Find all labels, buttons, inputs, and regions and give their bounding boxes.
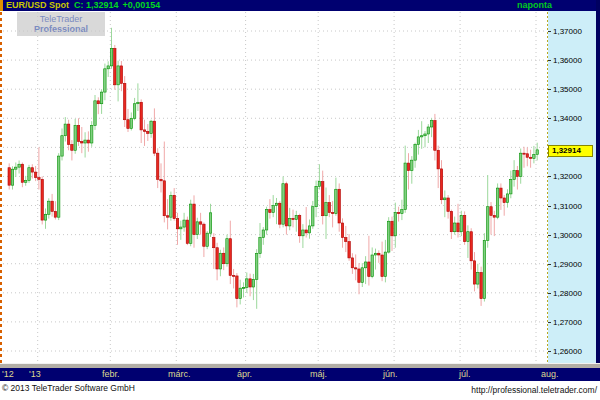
candle-body bbox=[523, 153, 525, 154]
candle-body bbox=[239, 288, 241, 298]
candle-body bbox=[190, 204, 192, 243]
candle-body bbox=[500, 188, 502, 198]
candlestick-chart[interactable] bbox=[0, 0, 600, 400]
candle-body bbox=[289, 218, 291, 226]
price-tick-mark bbox=[548, 60, 551, 61]
footer-url: http://professional.teletrader.com/ bbox=[471, 385, 597, 395]
candle-body bbox=[520, 153, 522, 176]
candle-body bbox=[348, 242, 350, 258]
candle-body bbox=[272, 206, 274, 213]
price-tick-mark bbox=[548, 31, 551, 32]
candle-body bbox=[249, 279, 251, 287]
candle-body bbox=[114, 48, 116, 84]
time-tick-label: '12 bbox=[2, 369, 14, 379]
candle-body bbox=[11, 169, 13, 185]
candle-body bbox=[127, 120, 129, 129]
candle-body bbox=[516, 171, 518, 177]
candle-body bbox=[404, 163, 406, 210]
candle-body bbox=[133, 104, 135, 119]
time-axis[interactable]: '12'13febr.márc.ápr.máj.jún.júl.aug. bbox=[0, 368, 600, 381]
candle-body bbox=[450, 211, 452, 231]
price-tick-label: 1,36000 bbox=[553, 56, 582, 65]
candle-body bbox=[345, 238, 347, 242]
candle-body bbox=[391, 221, 393, 236]
candle-body bbox=[506, 194, 508, 203]
candle-body bbox=[411, 160, 413, 170]
candle-body bbox=[295, 215, 297, 219]
candle-body bbox=[421, 136, 423, 137]
price-tick-label: 1,35000 bbox=[553, 85, 582, 94]
candle-body bbox=[213, 238, 215, 248]
candle-body bbox=[38, 178, 40, 180]
candle-body bbox=[480, 272, 482, 298]
candle-body bbox=[312, 207, 314, 226]
candle-body bbox=[262, 230, 264, 238]
candle-body bbox=[371, 255, 373, 277]
candle-body bbox=[292, 218, 294, 219]
candle-body bbox=[44, 214, 46, 220]
candle-body bbox=[193, 204, 195, 235]
candle-body bbox=[130, 118, 132, 128]
price-tick-label: 1,27000 bbox=[553, 318, 582, 327]
candle-body bbox=[328, 203, 330, 213]
candle-body bbox=[157, 153, 159, 179]
candle-body bbox=[473, 261, 475, 284]
candle-body bbox=[275, 203, 277, 205]
candle-body bbox=[216, 248, 218, 269]
price-axis[interactable]: 1,32914 1,370001,360001,350001,340001,33… bbox=[548, 11, 596, 363]
candle-body bbox=[252, 279, 254, 287]
candle-body bbox=[183, 220, 185, 227]
price-tick-label: 1,31000 bbox=[553, 202, 582, 211]
candle-body bbox=[166, 216, 168, 217]
candle-body bbox=[444, 198, 446, 200]
candle-body bbox=[186, 220, 188, 243]
footer-bar: © 2013 TeleTrader Software GmbH http://p… bbox=[0, 381, 600, 400]
candle-body bbox=[282, 184, 284, 224]
price-tick-label: 1,26000 bbox=[553, 347, 582, 356]
candle-body bbox=[226, 239, 228, 264]
price-tick-label: 1,30000 bbox=[553, 231, 582, 240]
candle-body bbox=[460, 215, 462, 231]
candle-body bbox=[81, 142, 83, 143]
candle-body bbox=[533, 154, 535, 158]
candle-body bbox=[206, 233, 208, 246]
candle-body bbox=[325, 203, 327, 216]
candle-body bbox=[318, 182, 320, 187]
window-right-border bbox=[596, 0, 600, 381]
candle-body bbox=[160, 179, 162, 180]
candle-body bbox=[110, 48, 112, 65]
candle-body bbox=[361, 268, 363, 283]
candle-body bbox=[308, 226, 310, 233]
time-tick-label: ápr. bbox=[237, 369, 252, 379]
candle-body bbox=[97, 101, 99, 104]
candle-body bbox=[242, 288, 244, 289]
time-tick-label: febr. bbox=[102, 369, 120, 379]
candle-body bbox=[298, 215, 300, 235]
candle-body bbox=[61, 136, 63, 156]
candle-body bbox=[331, 213, 333, 214]
time-tick-label: '13 bbox=[29, 369, 41, 379]
candle-body bbox=[355, 268, 357, 269]
candle-body bbox=[440, 169, 442, 200]
candle-body bbox=[503, 198, 505, 203]
candle-body bbox=[256, 254, 258, 280]
candle-body bbox=[91, 126, 93, 143]
candle-body bbox=[470, 232, 472, 261]
price-tick-label: 1,32000 bbox=[553, 172, 582, 181]
candle-body bbox=[388, 221, 390, 252]
candle-body bbox=[140, 102, 142, 130]
candle-body bbox=[137, 102, 139, 103]
candle-body bbox=[463, 215, 465, 241]
candle-body bbox=[74, 126, 76, 151]
candle-body bbox=[513, 171, 515, 180]
candle-body bbox=[437, 150, 439, 169]
candle-body bbox=[447, 198, 449, 211]
candle-body bbox=[364, 262, 366, 268]
candle-body bbox=[378, 253, 380, 255]
price-tick-mark bbox=[548, 293, 551, 294]
candle-body bbox=[407, 163, 409, 171]
candle-body bbox=[424, 134, 426, 136]
candle-body bbox=[335, 189, 337, 213]
time-tick-label: júl. bbox=[459, 369, 471, 379]
candle-body bbox=[246, 279, 248, 288]
